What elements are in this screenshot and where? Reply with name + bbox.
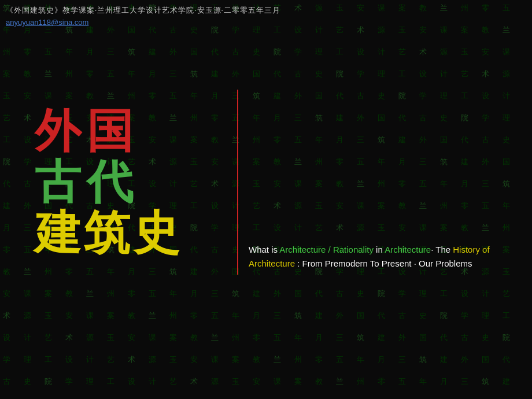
grid-char: 外 xyxy=(294,91,302,101)
title-panel: 外国 古代 建筑史 xyxy=(0,90,240,275)
grid-char: 州 xyxy=(253,135,260,145)
grid-char: 安 xyxy=(274,179,281,189)
email-link[interactable]: anyuyuan118@sina.com xyxy=(6,18,280,27)
grid-char: 玉 xyxy=(315,201,323,211)
grid-char: 玉 xyxy=(253,179,260,189)
grid-char: 院 xyxy=(440,311,448,321)
grid-char: 工 xyxy=(336,47,343,57)
grid-char: 五 xyxy=(294,135,302,145)
grid-char: 古 xyxy=(398,311,406,321)
grid-char: 外 xyxy=(274,289,281,299)
grid-char: 术 xyxy=(65,332,73,343)
grid-char: 零 xyxy=(86,69,94,79)
grid-char: 国 xyxy=(503,157,510,167)
grid-char: 建 xyxy=(398,135,406,145)
grid-char: 古 xyxy=(357,91,364,101)
grid-char: 课 xyxy=(440,25,448,35)
grid-char: 州 xyxy=(378,179,385,189)
grid-char: 玉 xyxy=(378,223,385,233)
grid-char: 国 xyxy=(315,91,323,101)
description-panel: What is Architecture / Rationality in Ar… xyxy=(249,243,515,271)
grid-char: 年 xyxy=(378,157,385,167)
grid-char: 理 xyxy=(503,113,510,123)
grid-char: 建 xyxy=(503,376,510,387)
grid-char: 源 xyxy=(503,69,510,79)
grid-char: 工 xyxy=(461,91,468,101)
grid-char: 代 xyxy=(461,135,468,145)
grid-char: 安 xyxy=(253,376,260,387)
grid-char: 代 xyxy=(211,47,219,57)
grid-char: 三 xyxy=(357,135,364,145)
grid-char: 理 xyxy=(86,376,94,387)
grid-char: 零 xyxy=(482,3,489,13)
grid-char: 零 xyxy=(128,289,135,299)
description-text: What is Architecture / Rationality in Ar… xyxy=(249,245,490,268)
grid-char: 史 xyxy=(419,311,427,321)
grid-char: 州 xyxy=(232,332,239,343)
grid-char: 年 xyxy=(357,354,364,365)
grid-char: 五 xyxy=(274,332,281,343)
desc-part2: in xyxy=(374,245,385,254)
title-line1: 外国 xyxy=(35,106,139,157)
grid-char: 国 xyxy=(482,354,489,365)
grid-char: 州 xyxy=(315,157,323,167)
grid-char: 年 xyxy=(315,135,323,145)
grid-char: 案 xyxy=(169,332,177,343)
grid-char: 三 xyxy=(294,113,302,123)
grid-char: 五 xyxy=(149,289,156,299)
grid-char: 兰 xyxy=(211,332,219,343)
grid-char: 源 xyxy=(86,332,94,343)
grid-char: 州 xyxy=(65,69,73,79)
grid-char: 年 xyxy=(232,311,239,321)
grid-char: 三 xyxy=(461,376,468,387)
desc-in-architecture: Architecture xyxy=(385,245,431,254)
grid-char: 国 xyxy=(378,113,385,123)
grid-char: 安 xyxy=(128,332,135,343)
grid-char: 院 xyxy=(461,113,468,123)
grid-char: 艺 xyxy=(461,69,468,79)
grid-char: 艺 xyxy=(336,25,343,35)
grid-char: 建 xyxy=(461,157,468,167)
grid-char: 筑 xyxy=(440,157,448,167)
grid-char: 源 xyxy=(294,201,302,211)
grid-char: 理 xyxy=(315,47,323,57)
grid-char: 理 xyxy=(419,289,427,299)
grid-char: 课 xyxy=(419,223,427,233)
grid-char: 筑 xyxy=(419,354,427,365)
grid-char: 兰 xyxy=(503,25,510,35)
grid-char: 年 xyxy=(440,179,448,189)
grid-char: 安 xyxy=(357,3,364,13)
grid-char: 州 xyxy=(503,223,510,233)
desc-architecture: Architecture / Rationality xyxy=(279,245,374,254)
grid-char: 工 xyxy=(503,311,510,321)
grid-char: 月 xyxy=(190,289,198,299)
grid-char: 三 xyxy=(336,332,343,343)
grid-char: 教 xyxy=(461,223,468,233)
grid-char: 案 xyxy=(378,201,385,211)
grid-char: 兰 xyxy=(149,311,156,321)
grid-char: 史 xyxy=(24,376,31,387)
grid-char: 国 xyxy=(357,311,364,321)
grid-char: 零 xyxy=(398,179,406,189)
grid-char: 院 xyxy=(45,376,52,387)
grid-char: 建 xyxy=(149,47,156,57)
grid-char: 术 xyxy=(190,376,198,387)
grid-char: 筑 xyxy=(232,289,239,299)
grid-char: 案 xyxy=(440,223,448,233)
grid-char: 学 xyxy=(65,376,73,387)
grid-char: 源 xyxy=(149,354,156,365)
grid-char: 三 xyxy=(211,289,219,299)
grid-char: 艺 xyxy=(503,289,510,299)
grid-char: 兰 xyxy=(294,157,302,167)
grid-char: 案 xyxy=(232,354,239,365)
grid-char: 案 xyxy=(107,311,114,321)
grid-char: 三 xyxy=(169,69,177,79)
grid-char: 理 xyxy=(378,69,385,79)
grid-char: 艺 xyxy=(253,201,260,211)
grid-char: 五 xyxy=(357,157,364,167)
grid-char: 年 xyxy=(503,201,510,211)
grid-char: 建 xyxy=(378,332,385,343)
grid-char: 月 xyxy=(315,332,323,343)
grid-char: 学 xyxy=(3,354,10,365)
grid-char: 课 xyxy=(378,3,385,13)
